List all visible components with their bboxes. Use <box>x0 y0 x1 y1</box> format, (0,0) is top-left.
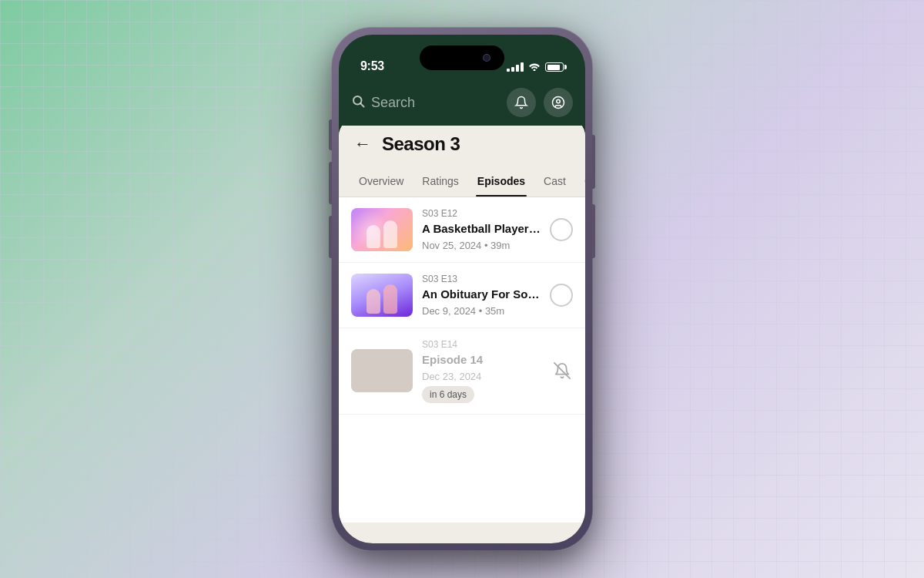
episode-code-ep14: S03 E14 <box>422 339 542 350</box>
dynamic-island <box>420 45 504 70</box>
episode-code-ep13: S03 E13 <box>422 274 541 284</box>
episodes-list: S03 E12 A Basketball Player's Far Too El… <box>339 197 585 523</box>
tab-crew[interactable]: Crew <box>577 167 585 197</box>
episode-thumbnail-ep14 <box>351 349 413 392</box>
season-title: Season 3 <box>382 133 460 155</box>
episode-info-ep12: S03 E12 A Basketball Player's Far Too El… <box>422 208 541 251</box>
episode-title-ep13: An Obituary For Someone Who... <box>422 287 541 302</box>
search-bar: Search <box>339 79 585 126</box>
search-input-area[interactable]: Search <box>351 94 499 111</box>
phone-device: 9:53 <box>331 27 593 551</box>
episode-item-ep14: S03 E14 Episode 14 Dec 23, 2024 in 6 day… <box>339 328 585 415</box>
phone-shell: 9:53 <box>331 27 593 551</box>
search-placeholder-text: Search <box>371 95 415 111</box>
volume-up-button <box>329 119 332 150</box>
watched-checkbox-ep13[interactable] <box>550 284 573 307</box>
wifi-icon <box>528 61 541 73</box>
tab-overview[interactable]: Overview <box>351 167 411 197</box>
episode-action-ep13[interactable] <box>550 284 573 307</box>
status-time: 9:53 <box>360 59 384 73</box>
episode-title-ep14: Episode 14 <box>422 352 542 368</box>
episode-action-ep12[interactable] <box>550 218 573 241</box>
battery-icon <box>545 62 564 72</box>
episode-code-ep12: S03 E12 <box>422 208 541 219</box>
coming-soon-badge: in 6 days <box>422 386 474 403</box>
mute-button <box>329 216 332 258</box>
bell-slash-icon <box>551 360 573 381</box>
episode-info-ep14: S03 E14 Episode 14 Dec 23, 2024 in 6 day… <box>422 339 542 403</box>
episode-title-ep12: A Basketball Player's Far Too El... <box>422 221 541 237</box>
episode-action-ep14 <box>551 360 573 381</box>
episode-meta-ep13: Dec 9, 2024 • 35m <box>422 305 541 317</box>
episode-info-ep13: S03 E13 An Obituary For Someone Who... D… <box>422 274 541 317</box>
tab-bar: Overview Ratings Episodes Cast Crew Stre… <box>339 167 585 197</box>
episode-thumbnail-ep13 <box>351 274 413 317</box>
search-icon <box>351 94 365 111</box>
phone-screen: 9:53 <box>339 35 585 543</box>
episode-meta-ep14: Dec 23, 2024 <box>422 371 542 382</box>
svg-line-4 <box>554 363 570 378</box>
tab-cast[interactable]: Cast <box>536 167 574 197</box>
svg-point-3 <box>557 99 561 103</box>
signal-icon <box>507 62 524 72</box>
profile-button[interactable] <box>544 88 573 117</box>
status-icons <box>507 61 564 73</box>
episode-item-ep12[interactable]: S03 E12 A Basketball Player's Far Too El… <box>339 197 585 263</box>
power-button-lower <box>592 204 595 258</box>
back-button[interactable]: ← <box>354 136 371 153</box>
volume-down-button <box>329 162 332 204</box>
notification-button[interactable] <box>507 88 536 117</box>
tab-episodes[interactable]: Episodes <box>470 167 533 197</box>
episode-meta-ep12: Nov 25, 2024 • 39m <box>422 240 541 251</box>
episode-thumbnail-ep12 <box>351 208 413 251</box>
camera-dot <box>483 54 490 62</box>
episode-item-ep13[interactable]: S03 E13 An Obituary For Someone Who... D… <box>339 263 585 328</box>
watched-checkbox-ep12[interactable] <box>550 218 573 241</box>
content-card: ← Season 3 Overview Ratings Episodes Cas… <box>339 118 585 543</box>
svg-line-1 <box>360 103 363 106</box>
power-button <box>592 135 595 189</box>
tab-ratings[interactable]: Ratings <box>414 167 466 197</box>
